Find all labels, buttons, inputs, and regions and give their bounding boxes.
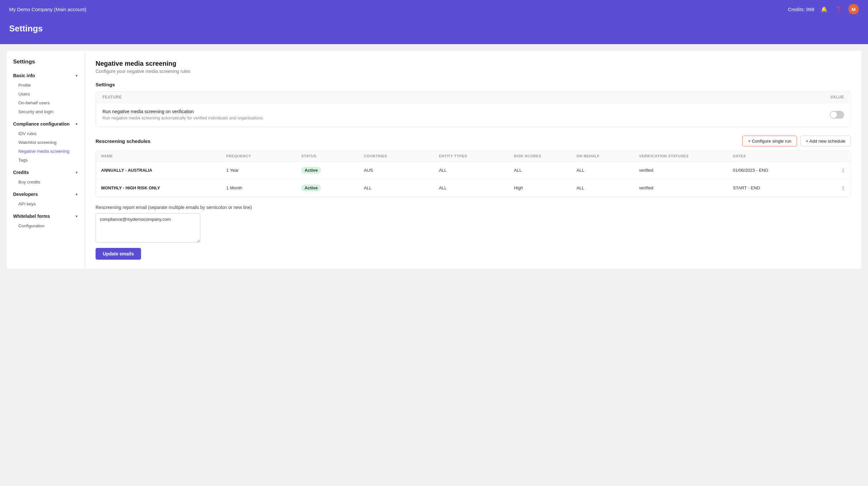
sidebar-section-label-basic-info: Basic info [13,73,35,78]
row2-status: Active [301,185,364,191]
col-on-behalf: ON BEHALF [577,154,639,158]
col-verification-statuses: VERIFICATION STATUSES [639,154,733,158]
sidebar-section-header-credits[interactable]: Credits ▼ [6,167,85,177]
chevron-down-icon: ▼ [75,74,78,77]
row1-entity-types: ALL [439,168,514,173]
sidebar-item-api-keys[interactable]: API keys [6,199,85,208]
chevron-down-icon-3: ▼ [75,171,78,174]
col-name: NAME [101,154,226,158]
bell-icon[interactable]: 🔔 [819,5,829,14]
topbar-right: Credits: 998 🔔 ❓ M [788,4,859,14]
run-on-verification-toggle[interactable] [830,111,844,119]
email-section-label: Rescreening report email (separate multi… [96,205,851,210]
row1-actions-menu[interactable]: ⋮ [827,168,845,173]
sidebar-section-label-whitelabel: Whitelabel forms [13,214,50,219]
row1-countries: AUS [364,168,439,173]
avatar[interactable]: M [848,4,859,14]
sidebar-section-header-compliance[interactable]: Compliance configuration ▼ [6,119,85,129]
row2-actions-menu[interactable]: ⋮ [827,186,845,191]
email-textarea[interactable]: compliance@mydemocompany.com [96,213,200,243]
feature-table: FEATURE VALUE Run negative media screeni… [96,91,851,127]
sidebar-section-label-developers: Developers [13,192,38,197]
sidebar-section-whitelabel: Whitelabel forms ▼ Configuration [6,211,85,230]
sidebar-item-watchlist-screening[interactable]: Watchlist screening [6,138,85,147]
sidebar-section-developers: Developers ▼ API keys [6,189,85,208]
sidebar-section-label-credits: Credits [13,170,29,175]
row1-verification-statuses: verified [639,168,733,173]
feature-col-header: FEATURE [102,95,122,99]
page-header: Settings [0,18,868,44]
row2-on-behalf: ALL [577,186,639,190]
row2-countries: ALL [364,186,439,190]
settings-section-label: Settings [96,82,851,87]
sidebar-section-header-developers[interactable]: Developers ▼ [6,189,85,199]
sidebar-section-header-whitelabel[interactable]: Whitelabel forms ▼ [6,211,85,221]
sidebar-item-negative-media-screening[interactable]: Negative media screening [6,147,85,156]
feature-name: Run negative media screening on verifica… [102,109,263,114]
content-subtitle: Configure your negative media screening … [96,69,851,74]
col-status: STATUS [301,154,364,158]
col-frequency: FREQUENCY [226,154,301,158]
configure-single-run-button[interactable]: + Configure single run [742,136,797,147]
chevron-down-icon-4: ▼ [75,193,78,196]
row2-verification-statuses: verified [639,186,733,190]
help-icon[interactable]: ❓ [834,5,843,14]
col-dates: DATES [733,154,827,158]
sidebar-item-idv-rules[interactable]: IDV rules [6,129,85,138]
sidebar-item-tags[interactable]: Tags [6,156,85,164]
main-card: Settings Basic info ▼ Profile Users On-b… [6,51,862,269]
col-entity-types: ENTITY TYPES [439,154,514,158]
sidebar-item-profile[interactable]: Profile [6,81,85,90]
page-title: Settings [9,24,859,34]
add-new-schedule-button[interactable]: + Add new schedule [800,136,851,147]
main-layout: Settings Basic info ▼ Profile Users On-b… [0,44,868,276]
chevron-down-icon-5: ▼ [75,215,78,218]
row2-risk-scores: High [514,186,577,190]
sidebar-item-users[interactable]: Users [6,90,85,98]
value-col-header: VALUE [830,95,844,99]
status-badge: Active [301,167,321,174]
content-area: Negative media screening Configure your … [85,51,862,269]
row1-dates: 01/06/2023 - END [733,168,827,173]
credits-display: Credits: 998 [788,6,814,12]
sidebar-item-on-behalf-users[interactable]: On-behalf users [6,98,85,107]
sidebar-section-label-compliance: Compliance configuration [13,121,70,127]
schedule-table: NAME FREQUENCY STATUS COUNTRIES ENTITY T… [96,151,851,197]
row1-on-behalf: ALL [577,168,639,173]
table-row: MONTHLY - HIGH RISK ONLY 1 Month Active … [96,179,851,197]
row1-status: Active [301,167,364,174]
sidebar-item-buy-credits[interactable]: Buy credits [6,177,85,187]
row1-risk-scores: ALL [514,168,577,173]
sidebar-title: Settings [6,59,85,70]
chevron-down-icon-2: ▼ [75,122,78,126]
row2-dates: START - END [733,186,827,190]
col-actions [827,154,845,158]
update-emails-button[interactable]: Update emails [96,248,141,260]
sidebar-section-header-basic-info[interactable]: Basic info ▼ [6,70,85,81]
row1-frequency: 1 Year [226,168,301,173]
topbar: My Demo Company (Main account) Credits: … [0,0,868,18]
feature-row-left: Run negative media screening on verifica… [102,109,263,120]
sidebar-section-credits: Credits ▼ Buy credits [6,167,85,187]
company-name: My Demo Company (Main account) [9,6,86,12]
row2-name: MONTHLY - HIGH RISK ONLY [101,186,226,190]
feature-table-header: FEATURE VALUE [96,92,851,103]
feature-desc: Run negative media screening automatical… [102,116,263,120]
col-risk-scores: RISK SCORES [514,154,577,158]
row2-entity-types: ALL [439,186,514,190]
rescreening-label: Rescreening schedules [96,138,151,144]
table-row: ANNUALLY - AUSTRALIA 1 Year Active AUS A… [96,162,851,179]
rescreening-actions: + Configure single run + Add new schedul… [742,136,851,147]
status-badge-2: Active [301,185,321,191]
schedule-table-header: NAME FREQUENCY STATUS COUNTRIES ENTITY T… [96,151,851,162]
sidebar-section-compliance: Compliance configuration ▼ IDV rules Wat… [6,119,85,164]
row2-frequency: 1 Month [226,186,301,190]
col-countries: COUNTRIES [364,154,439,158]
feature-row: Run negative media screening on verifica… [96,103,851,126]
rescreening-header: Rescreening schedules + Configure single… [96,136,851,147]
sidebar: Settings Basic info ▼ Profile Users On-b… [6,51,85,269]
sidebar-item-configuration[interactable]: Configuration [6,221,85,230]
content-title: Negative media screening [96,60,851,67]
sidebar-section-basic-info: Basic info ▼ Profile Users On-behalf use… [6,70,85,116]
sidebar-item-security-login[interactable]: Security and login [6,107,85,116]
